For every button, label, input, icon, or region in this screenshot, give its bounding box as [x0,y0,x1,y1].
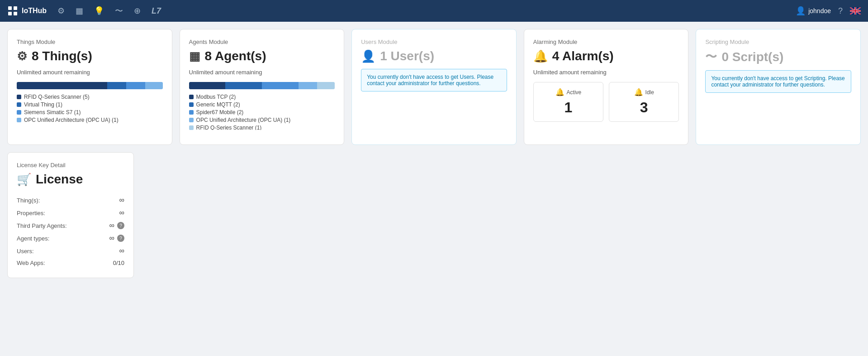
alarming-module-title: Alarming Module [533,38,679,45]
script-nav-icon[interactable]: L7 [152,6,161,16]
license-row-things: Thing(s): ∞ [17,194,124,207]
things-seg-2 [107,82,126,89]
agents-legend: Modbus TCP (2) Generic MQTT (2) Spider67… [189,94,335,130]
users-count-label: 1 User(s) [380,49,434,63]
legend-item: Spider67 Mobile (2) [189,109,335,115]
alarm-idle-box: 🔔 Idle 3 [609,82,679,122]
chart-nav-icon[interactable]: 〜 [115,5,123,16]
license-heading-text: License [36,172,83,187]
license-label-agent-types: Agent types: [17,235,49,242]
logo-icon [7,5,18,16]
agents-module-card: Agents Module ▦ 8 Agent(s) Unlimited amo… [180,29,345,145]
language-flag[interactable] [850,7,861,14]
agents-seg-2 [225,82,262,89]
things-seg-3 [126,82,145,89]
legend-item: OPC Unified Architecture (OPC UA) (1) [17,117,163,123]
agents-seg-3 [262,82,299,89]
license-value-web-apps: 0/10 [113,260,124,266]
things-subtitle: Unlimited amount remaining [17,69,163,76]
legend-dot [189,110,194,115]
things-legend: RFID Q-Series Scanner (5) Virtual Thing … [17,94,163,123]
alarming-subtitle: Unlimited amount remaining [533,69,679,76]
legend-label: OPC Unified Architecture (OPC UA) (1) [196,117,291,123]
module-cards-row: Things Module ⚙ 8 Thing(s) Unlimited amo… [7,29,861,145]
user-icon: 👤 [796,6,806,16]
license-label-users: Users: [17,248,34,255]
third-party-infinity: ∞ [109,221,114,230]
alarm-idle-icon: 🔔 [634,88,643,96]
web-apps-value: 0/10 [113,260,124,266]
alarm-active-text: Active [567,89,582,96]
alarming-count-label: 4 Alarm(s) [552,49,614,63]
svg-rect-2 [8,12,12,15]
things-count-label: 8 Thing(s) [32,49,92,63]
scripting-count-label: 0 Script(s) [721,50,783,64]
things-progress: RFID Q-Series Scanner (5) Virtual Thing … [17,82,163,123]
help-icon[interactable]: ? [838,6,843,16]
agents-count: ▦ 8 Agent(s) [189,49,335,63]
agents-seg-1 [189,82,226,89]
table-nav-icon[interactable]: ▦ [76,6,83,16]
alarm-active-box: 🔔 Active 1 [533,82,603,122]
license-heading: 🛒 License [17,172,124,187]
legend-item: Modbus TCP (2) [189,94,335,100]
legend-item: Generic MQTT (2) [189,101,335,108]
users-info-message: You currently don't have access to get U… [361,69,507,91]
license-label-things: Thing(s): [17,197,40,204]
legend-label: Spider67 Mobile (2) [196,109,244,115]
agents-subtitle: Unlimited amount remaining [189,69,335,76]
users-module-title: Users Module [361,38,507,45]
username: johndoe [808,7,831,14]
legend-item: RFID Q-Series Scanner (1) [189,125,335,130]
legend-item: Siemens Simatic S7 (1) [17,109,163,115]
license-card: License Key Detail 🛒 License Thing(s): ∞… [7,152,134,278]
things-infinity: ∞ [119,196,124,204]
license-label-properties: Properties: [17,210,45,216]
agents-progress-bar [189,82,335,89]
nav-right: 👤 johndoe ? [796,6,861,16]
license-value-agent-types: ∞ ? [109,234,124,242]
scripting-info-message: You currently don't have access to get S… [705,70,851,93]
license-icon: 🛒 [17,173,31,187]
alarming-count: 🔔 4 Alarm(s) [533,49,679,63]
license-table: Thing(s): ∞ Properties: ∞ Third Party Ag… [17,194,124,269]
license-row-web-apps: Web Apps: 0/10 [17,257,124,269]
legend-dot [17,110,21,115]
legend-label: OPC Unified Architecture (OPC UA) (1) [24,117,119,123]
things-seg-1 [17,82,107,89]
license-label-third-party: Third Party Agents: [17,222,67,229]
license-label-web-apps: Web Apps: [17,260,45,266]
agents-seg-5 [317,82,335,89]
alarming-module-card: Alarming Module 🔔 4 Alarm(s) Unlimited a… [524,29,689,145]
legend-dot [189,118,194,122]
license-value-things: ∞ [119,196,124,204]
legend-dot [17,118,21,122]
users-count: 👤 1 User(s) [361,49,507,63]
third-party-help-icon[interactable]: ? [117,222,124,229]
logo[interactable]: IoTHub [7,5,47,16]
users-infinity: ∞ [119,247,124,255]
things-icon: ⚙ [17,49,27,63]
license-value-users: ∞ [119,247,124,255]
gear-nav-icon[interactable]: ⚙ [57,6,65,16]
users-icon: 👤 [361,49,375,63]
alarm-stats: 🔔 Active 1 🔔 Idle 3 [533,82,679,122]
license-value-third-party: ∞ ? [109,221,124,230]
agent-types-help-icon[interactable]: ? [117,235,124,242]
lightbulb-nav-icon[interactable]: 💡 [94,6,104,16]
legend-label: Virtual Thing (1) [24,101,62,108]
license-value-properties: ∞ [119,209,124,217]
agents-module-title: Agents Module [189,38,335,45]
user-menu[interactable]: 👤 johndoe [796,6,831,16]
alarm-active-icon: 🔔 [555,88,564,96]
agent-types-infinity: ∞ [109,234,114,242]
alarm-active-label: 🔔 Active [541,88,596,96]
scripting-count: 〜 0 Script(s) [705,49,851,65]
legend-item: RFID Q-Series Scanner (5) [17,94,163,100]
legend-label: RFID Q-Series Scanner (5) [24,94,90,100]
scripting-module-card: Scripting Module 〜 0 Script(s) You curre… [696,29,861,145]
alarm-idle-text: Idle [645,89,654,96]
things-module-title: Things Module [17,38,163,45]
legend-item: Virtual Thing (1) [17,101,163,108]
globe-nav-icon[interactable]: ⊕ [134,6,141,16]
